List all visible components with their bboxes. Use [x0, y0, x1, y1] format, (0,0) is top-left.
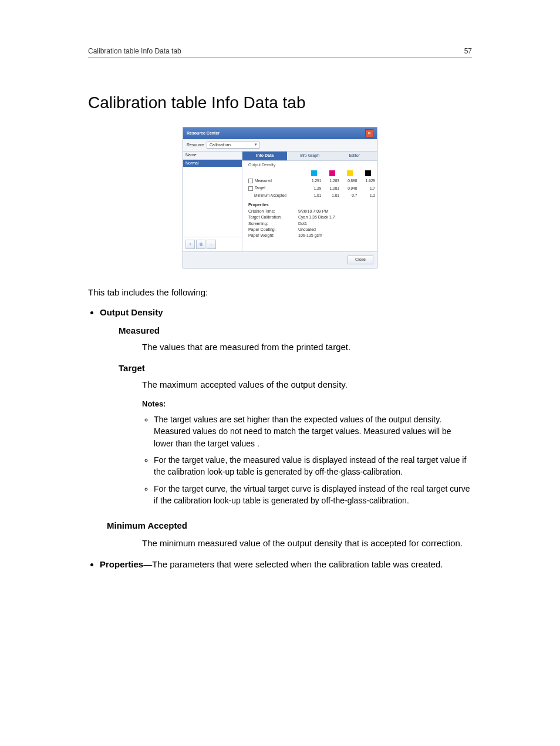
note-item: For the target curve, the virtual target…: [154, 483, 472, 507]
resource-label: Resource: [187, 143, 204, 147]
sidebar-item-normal[interactable]: Normal: [183, 160, 242, 167]
properties-heading: Properties: [248, 203, 371, 209]
page-number: 57: [464, 47, 472, 55]
target-term: Target: [119, 362, 472, 375]
creation-time-value: 9/26/10 7:09 PM: [298, 209, 328, 214]
target-calibration-label: Target Calibration:: [248, 215, 298, 220]
running-header-left: Calibration table Info Data tab: [88, 47, 181, 55]
delete-icon[interactable]: −: [207, 240, 216, 249]
black-swatch-icon: [365, 170, 371, 176]
note-item: For the target value, the measured value…: [154, 454, 472, 478]
duplicate-icon[interactable]: ⧉: [196, 240, 205, 249]
page-title: Calibration table Info Data tab: [88, 93, 472, 112]
paper-weight-label: Paper Weight:: [248, 233, 298, 238]
paper-coating-label: Paper Coating:: [248, 227, 298, 232]
resource-center-window: Resource Center × Resource Calibrations …: [183, 127, 377, 268]
paper-weight-value: 106-135 gsm: [298, 233, 322, 238]
resource-select[interactable]: Calibrations: [207, 142, 259, 149]
measured-term: Measured: [119, 324, 472, 337]
sidebar-column-name: Name: [183, 152, 242, 159]
yellow-swatch-icon: [347, 170, 353, 176]
note-item: The target values are set higher than th…: [154, 414, 472, 449]
properties-desc: —The parameters that were selected when …: [143, 559, 443, 569]
tab-info-graph[interactable]: Info Graph: [287, 152, 332, 160]
close-button[interactable]: Close: [348, 256, 373, 264]
screening-label: Screening:: [248, 221, 298, 226]
min-accepted-term: Minimum Accepted: [107, 519, 472, 532]
output-density-table: Measured 1.291 1.283 0.890 1.629 Target …: [242, 169, 377, 199]
notes-heading: Notes:: [142, 399, 472, 410]
add-icon[interactable]: +: [185, 240, 195, 249]
paper-coating-value: Uncoated: [298, 227, 316, 232]
creation-time-label: Creation Time:: [248, 209, 298, 214]
intro-text: This tab includes the following:: [88, 286, 472, 299]
window-title: Resource Center: [187, 131, 220, 136]
target-calibration-value: Cyan 1.35 Black 1.7: [298, 215, 335, 220]
cyan-swatch-icon: [311, 170, 317, 176]
target-desc: The maximum accepted values of the outpu…: [142, 378, 472, 391]
tab-info-data[interactable]: Info Data: [242, 152, 287, 160]
output-density-term: Output Density: [100, 307, 163, 317]
edit-icon[interactable]: [248, 186, 253, 191]
screening-value: Dot1: [298, 221, 307, 226]
measured-desc: The values that are measured from the pr…: [142, 341, 472, 354]
edit-icon[interactable]: [248, 179, 253, 183]
output-density-heading: Output Density: [242, 161, 377, 168]
magenta-swatch-icon: [329, 170, 335, 176]
properties-term: Properties: [100, 559, 143, 569]
min-accepted-desc: The minimum measured value of the output…: [142, 537, 472, 550]
close-icon[interactable]: ×: [365, 129, 373, 137]
tab-editor[interactable]: Editor: [332, 152, 377, 160]
